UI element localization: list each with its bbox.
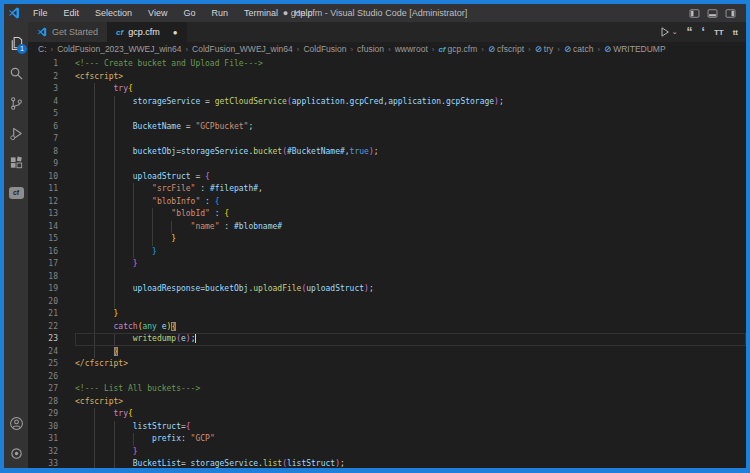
line-number: 3 [28,83,75,96]
activity-item-explorer-icon[interactable]: 1 [4,28,28,58]
indent-guide [94,308,113,321]
line-content: <cfscript> [75,71,746,84]
breadcrumb-item-coldfusion-2023-wwej-win64[interactable]: ColdFusion_2023_WWEJ_win64 [57,44,181,54]
code-line-2[interactable]: 2<cfscript> [28,71,746,84]
code-line-30[interactable]: 30listStruct={ [28,421,746,434]
code-line-12[interactable]: 12"blobInfo" : { [28,196,746,209]
code-line-5[interactable]: 5 [28,108,746,121]
breadcrumb-item-catch[interactable]: ⊘catch [564,44,593,54]
indent-guide [133,246,152,259]
indent-guide [133,208,152,221]
code-line-6[interactable]: 6BucketName = "GCPbucket"; [28,121,746,134]
breadcrumb-item-coldfusion[interactable]: ColdFusion [303,44,346,54]
code-line-16[interactable]: 16} [28,246,746,259]
activity-item-search-icon[interactable] [4,58,28,88]
modified-indicator[interactable]: ● [173,28,178,37]
code-line-32[interactable]: 32} [28,446,746,459]
editor-actions: ⌄“‘TTtt [659,22,746,42]
line-number: 24 [28,346,75,359]
breadcrumb-separator: › [51,45,54,54]
double-quotes-button[interactable]: “ [687,28,693,36]
menu-file[interactable]: File [26,6,55,20]
indent-guide [114,146,133,159]
line-content: uploadStruct = { [75,171,746,184]
uppercase-button[interactable]: TT [714,28,724,37]
line-number: 8 [28,146,75,159]
lowercase-button[interactable]: tt [733,28,738,37]
code-line-7[interactable]: 7 [28,133,746,146]
code-line-23[interactable]: 23writedump(e); [28,333,746,346]
code-line-24[interactable]: 24} [28,346,746,359]
indent-guide [171,221,190,234]
indent-guide [94,158,113,171]
activity-item-cfml-icon[interactable]: cf [4,178,28,208]
code-line-25[interactable]: 25</cfscript> [28,358,746,371]
code-line-3[interactable]: 3try{ [28,83,746,96]
line-number: 30 [28,421,75,434]
activity-item-extensions-icon[interactable] [4,148,28,178]
code-line-31[interactable]: 31prefix: "GCP" [28,433,746,446]
tab-bar: Get Started cf gcp.cfm ● ⌄“‘TTtt [28,22,746,42]
code-line-8[interactable]: 8bucketObj=storageService.bucket(#Bucket… [28,146,746,159]
breadcrumb-item-gcp-cfm[interactable]: cfgcp.cfm [438,44,477,54]
tab-gcp-cfm[interactable]: cf gcp.cfm ● [107,22,186,42]
indent-guide [94,321,113,334]
menu-edit[interactable]: Edit [57,6,87,20]
activity-item-settings-icon[interactable] [4,438,28,468]
code-line-15[interactable]: 15} [28,233,746,246]
toggle-panel-icon[interactable] [707,8,718,19]
indent-guide [94,246,113,259]
line-number: 18 [28,271,75,284]
line-content: prefix: "GCP" [75,433,746,446]
line-number: 2 [28,71,75,84]
code-line-19[interactable]: 19uploadResponse=bucketObj.uploadFile(up… [28,283,746,296]
code-line-18[interactable]: 18 [28,271,746,284]
toggle-sidebar-icon[interactable] [689,8,700,19]
breadcrumb-item-cfusion[interactable]: cfusion [357,44,384,54]
code-line-22[interactable]: 22catch(any e){ [28,321,746,334]
code-line-10[interactable]: 10uploadStruct = { [28,171,746,184]
menu-view[interactable]: View [141,6,174,20]
code-line-33[interactable]: 33BucketList= storageService.list(listSt… [28,458,746,468]
breadcrumb-item-wwwroot[interactable]: wwwroot [395,44,428,54]
code-line-26[interactable]: 26 [28,371,746,384]
single-quote-button[interactable]: ‘ [702,28,705,36]
line-content: "blobId" : { [75,208,746,221]
breadcrumb-item-cfscript[interactable]: ⊘cfscript [488,44,524,54]
menu-selection[interactable]: Selection [88,6,139,20]
code-line-4[interactable]: 4storageService = getCloudService(applic… [28,96,746,109]
menu-help[interactable]: Help [287,6,320,20]
code-line-29[interactable]: 29try{ [28,408,746,421]
code-line-1[interactable]: 1<!--- Create bucket and Upload File---> [28,58,746,71]
tab-get-started[interactable]: Get Started [28,22,107,42]
cfml-file-icon: cf [116,28,123,37]
code-line-27[interactable]: 27<!--- List All buckets---> [28,383,746,396]
code-area[interactable]: 1<!--- Create bucket and Upload File--->… [28,56,746,468]
breadcrumb-item-coldfusion-wwej-win64[interactable]: ColdFusion_WWEJ_win64 [192,44,293,54]
code-line-21[interactable]: 21} [28,308,746,321]
breadcrumb-item-c-[interactable]: C: [38,44,47,54]
menu-terminal[interactable]: Terminal [237,6,285,20]
run-cfml-button[interactable]: ⌄ [659,26,678,38]
code-line-17[interactable]: 17} [28,258,746,271]
indent-guide [152,233,171,246]
code-line-9[interactable]: 9 [28,158,746,171]
code-line-20[interactable]: 20 [28,296,746,309]
breadcrumb-item-writedump[interactable]: ⊘WRITEDUMP [604,44,666,54]
line-content: } [75,446,746,459]
activity-item-run-and-debug-icon[interactable] [4,118,28,148]
activity-item-source-control-icon[interactable] [4,88,28,118]
code-line-13[interactable]: 13"blobId" : { [28,208,746,221]
menu-go[interactable]: Go [176,6,202,20]
breadcrumb-separator: › [388,45,391,54]
activity-bar: 1cf [4,22,28,468]
activity-item-account-icon[interactable] [4,408,28,438]
line-content: } [75,246,746,259]
breadcrumb-item-try[interactable]: ⊘try [535,44,554,54]
toggle-secondary-sidebar-icon[interactable] [725,8,736,19]
menu-run[interactable]: Run [204,6,235,20]
code-line-14[interactable]: 14"name" : #blobname# [28,221,746,234]
code-line-28[interactable]: 28<cfscript> [28,396,746,409]
breadcrumb-label: wwwroot [395,44,428,54]
code-line-11[interactable]: 11"srcFile" : #filepath#, [28,183,746,196]
